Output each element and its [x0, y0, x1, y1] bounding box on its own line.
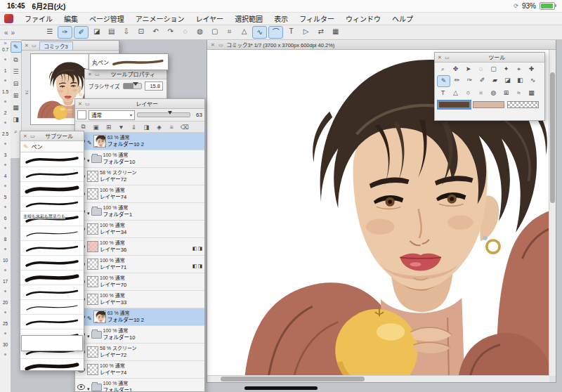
- workspace-menu-icon[interactable]: ☰: [43, 26, 56, 37]
- brush-size-slider[interactable]: [123, 83, 142, 89]
- zoom-tool-icon[interactable]: ⌕: [437, 64, 449, 74]
- pen-tool-icon[interactable]: ✎: [437, 75, 450, 87]
- layer-row[interactable]: 100 % 通常 フォルダー1: [75, 379, 204, 391]
- frame-border-tool-icon[interactable]: ⌗: [475, 88, 487, 98]
- brush-tool-icon[interactable]: ✐: [74, 26, 89, 39]
- panel-grid-icon[interactable]: ▦: [11, 103, 21, 112]
- menu-layer[interactable]: レイヤー: [190, 13, 229, 24]
- opacity-slider[interactable]: [137, 112, 190, 117]
- text-tool-icon[interactable]: T: [285, 26, 298, 37]
- pen-tool-icon[interactable]: ✑: [58, 26, 72, 39]
- brush-size-10[interactable]: 10: [2, 258, 8, 279]
- minimize-icon[interactable]: ▭: [85, 101, 90, 106]
- sub-color-swatch[interactable]: [473, 101, 504, 108]
- figure-tool-icon[interactable]: △: [450, 88, 462, 98]
- subtool-item[interactable]: [20, 226, 84, 241]
- opacity-value[interactable]: 63: [192, 112, 202, 118]
- collapsed-palette-box[interactable]: [21, 335, 83, 351]
- home-indicator[interactable]: [244, 386, 318, 390]
- polyline-tool-icon[interactable]: ∿: [252, 26, 267, 39]
- subtool-item[interactable]: 主線も水彩も厚塗りも: [20, 211, 84, 226]
- close-icon[interactable]: ✕: [23, 133, 27, 138]
- delete-layer-icon[interactable]: ⌫: [178, 122, 190, 131]
- watercolor-tool-icon[interactable]: ✐: [476, 75, 488, 86]
- layer-row[interactable]: 100 % 通常 レイヤー71: [75, 256, 204, 273]
- subtool-item[interactable]: [20, 152, 84, 167]
- close-icon[interactable]: ✕: [211, 42, 215, 47]
- subtool-item[interactable]: [20, 241, 84, 256]
- vertical-scrollbar[interactable]: [549, 50, 556, 376]
- layer-row[interactable]: 63 % 通常 フォルダー10 2: [75, 133, 204, 150]
- menu-window[interactable]: ウィンドウ: [340, 13, 386, 24]
- layer-row[interactable]: 58 % スクリーン レイヤー72: [75, 344, 204, 361]
- new-layer-icon[interactable]: ▣: [90, 122, 102, 131]
- panel-paste-icon[interactable]: ⊞: [11, 91, 21, 100]
- subtool-item[interactable]: [20, 315, 84, 329]
- play-icon[interactable]: ▷: [299, 26, 313, 37]
- subtool-item[interactable]: [20, 197, 84, 211]
- subtool-item[interactable]: [20, 300, 84, 315]
- figure-icon[interactable]: △: [237, 26, 251, 37]
- gradient-tool-icon[interactable]: ◍: [488, 88, 499, 98]
- crop-icon[interactable]: ▢: [208, 26, 221, 37]
- menu-animation[interactable]: アニメーション: [130, 13, 190, 24]
- fill-tool-icon[interactable]: ⊞: [500, 88, 512, 98]
- operation-tool-icon[interactable]: ✚: [525, 64, 537, 74]
- subtool-item[interactable]: [20, 182, 84, 197]
- layer-row[interactable]: 100 % 通常 レイヤー33: [75, 291, 204, 308]
- object-tool-icon[interactable]: ➤: [462, 64, 474, 74]
- lock-layer-icon[interactable]: ◈: [153, 122, 165, 131]
- undo-icon[interactable]: ↶: [149, 26, 162, 37]
- collapse-right-icon[interactable]: »: [11, 29, 15, 37]
- main-color-swatch[interactable]: [438, 101, 470, 108]
- grid-icon[interactable]: ▦: [329, 26, 342, 37]
- layer-row[interactable]: 100 % 通常 レイヤー70: [75, 273, 204, 291]
- panel-copy-icon[interactable]: ⊟: [11, 79, 21, 89]
- pencil-tool-icon[interactable]: ✏: [451, 75, 463, 86]
- expand-caret-icon[interactable]: [87, 381, 90, 391]
- marquee-tool-icon[interactable]: ▢: [488, 64, 499, 74]
- canvas-title-bar[interactable]: ✕ ▭ コミック3* 1/7 (3700 x 3700px 600dpi 40.…: [207, 40, 556, 50]
- minimize-icon[interactable]: ▭: [445, 55, 450, 60]
- eraser-tool-icon[interactable]: ◪: [502, 75, 514, 86]
- horizontal-scrollbar[interactable]: [207, 375, 549, 382]
- transparent-color-swatch[interactable]: [507, 101, 539, 108]
- subtool-item[interactable]: [20, 256, 84, 270]
- layer-row[interactable]: 100 % 通常 レイヤー74: [75, 185, 204, 203]
- minimize-icon[interactable]: ▭: [32, 43, 37, 48]
- balloon-tool-icon[interactable]: ○: [462, 88, 474, 98]
- decoration-tool-icon[interactable]: ▰: [489, 75, 501, 86]
- eyedropper-tool-icon[interactable]: ⌖: [513, 64, 525, 74]
- brush-size-25[interactable]: 25: [2, 321, 8, 342]
- expand-caret-icon[interactable]: [87, 205, 90, 218]
- brush-size-17[interactable]: 17: [2, 279, 8, 300]
- close-icon[interactable]: ✕: [78, 101, 82, 106]
- brush-size-value[interactable]: 15.8: [145, 81, 163, 91]
- menu-edit[interactable]: 編集: [58, 13, 84, 24]
- visibility-eye-icon[interactable]: [77, 384, 85, 390]
- panel-page-icon[interactable]: ⧉: [11, 55, 21, 65]
- new-folder-icon[interactable]: ⊞: [103, 122, 115, 131]
- menu-filter[interactable]: フィルター: [294, 13, 340, 24]
- close-icon[interactable]: ✕: [25, 43, 29, 48]
- correction-tool-icon[interactable]: ∿: [527, 75, 539, 86]
- lasso-tool-icon[interactable]: ◌: [475, 64, 487, 74]
- navigator-tab[interactable]: コミック3: [39, 41, 73, 50]
- eraser-tool-icon[interactable]: ◪: [90, 26, 103, 37]
- panel-story-icon[interactable]: ☰: [11, 67, 21, 77]
- edit-pen-icon[interactable]: ✎: [11, 41, 22, 53]
- minimize-icon[interactable]: ▭: [95, 72, 100, 77]
- expand-caret-icon[interactable]: [87, 152, 90, 165]
- blend-tool-icon[interactable]: ◧: [514, 75, 526, 86]
- deselect-icon[interactable]: ◍: [193, 26, 207, 37]
- layer-row[interactable]: 100 % 通常 フォルダー10: [75, 150, 204, 168]
- snap-icon[interactable]: ⌗: [223, 26, 236, 37]
- brush-size-8[interactable]: 8: [2, 237, 8, 258]
- menu-page-manage[interactable]: ページ管理: [84, 13, 130, 24]
- brush-preview-popup[interactable]: 丸ペン: [89, 53, 169, 70]
- blend-mode-select[interactable]: 通常 ▾: [89, 110, 135, 120]
- subtool-item[interactable]: [20, 270, 84, 285]
- layer-settings-icon[interactable]: ≡: [166, 122, 178, 131]
- curve-tool-icon[interactable]: ⌒: [268, 26, 283, 39]
- layer-row[interactable]: 58 % スクリーン レイヤー72: [75, 168, 204, 185]
